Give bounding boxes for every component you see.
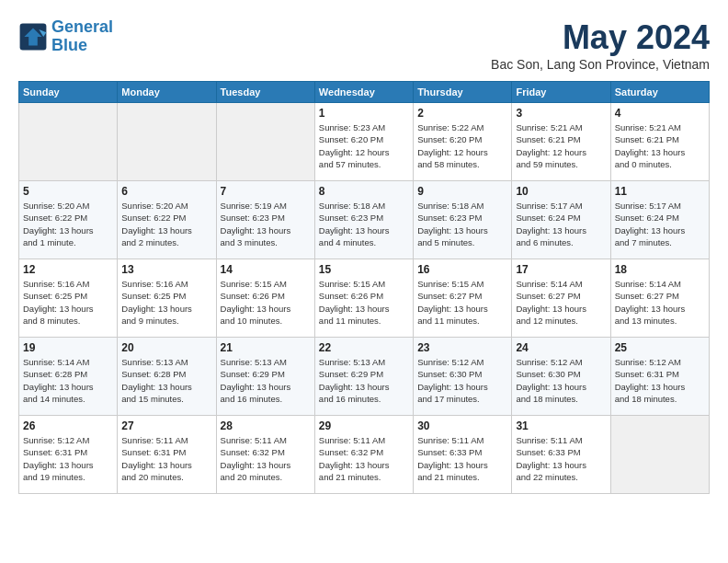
page-header: General Blue May 2024 Bac Son, Lang Son … xyxy=(18,18,710,72)
day-info: Sunrise: 5:12 AM Sunset: 6:31 PM Dayligh… xyxy=(615,356,705,405)
calendar-cell: 27Sunrise: 5:11 AM Sunset: 6:31 PM Dayli… xyxy=(118,416,216,494)
calendar-cell xyxy=(118,103,216,181)
week-row-1: 1Sunrise: 5:23 AM Sunset: 6:20 PM Daylig… xyxy=(19,103,710,181)
calendar-cell: 13Sunrise: 5:16 AM Sunset: 6:25 PM Dayli… xyxy=(118,259,216,338)
day-number: 22 xyxy=(319,341,409,354)
calendar-cell: 15Sunrise: 5:15 AM Sunset: 6:26 PM Dayli… xyxy=(314,259,413,338)
day-number: 14 xyxy=(221,263,311,276)
day-info: Sunrise: 5:15 AM Sunset: 6:27 PM Dayligh… xyxy=(417,278,507,327)
day-info: Sunrise: 5:12 AM Sunset: 6:30 PM Dayligh… xyxy=(417,356,507,405)
calendar-cell: 22Sunrise: 5:13 AM Sunset: 6:29 PM Dayli… xyxy=(314,338,413,416)
day-info: Sunrise: 5:11 AM Sunset: 6:31 PM Dayligh… xyxy=(121,434,211,483)
day-number: 4 xyxy=(615,107,705,120)
day-info: Sunrise: 5:15 AM Sunset: 6:26 PM Dayligh… xyxy=(221,278,311,327)
calendar-cell: 9Sunrise: 5:18 AM Sunset: 6:23 PM Daylig… xyxy=(414,181,512,259)
day-number: 16 xyxy=(417,263,507,276)
day-header-sunday: Sunday xyxy=(19,82,118,103)
day-info: Sunrise: 5:17 AM Sunset: 6:24 PM Dayligh… xyxy=(516,200,606,248)
day-info: Sunrise: 5:11 AM Sunset: 6:33 PM Dayligh… xyxy=(516,434,606,483)
day-info: Sunrise: 5:23 AM Sunset: 6:20 PM Dayligh… xyxy=(319,121,409,170)
day-info: Sunrise: 5:14 AM Sunset: 6:28 PM Dayligh… xyxy=(23,356,113,405)
day-info: Sunrise: 5:14 AM Sunset: 6:27 PM Dayligh… xyxy=(516,278,606,327)
day-info: Sunrise: 5:18 AM Sunset: 6:23 PM Dayligh… xyxy=(319,200,409,248)
calendar-cell: 2Sunrise: 5:22 AM Sunset: 6:20 PM Daylig… xyxy=(414,103,512,181)
calendar-cell: 11Sunrise: 5:17 AM Sunset: 6:24 PM Dayli… xyxy=(610,181,709,259)
week-row-2: 5Sunrise: 5:20 AM Sunset: 6:22 PM Daylig… xyxy=(19,181,710,259)
calendar-cell: 17Sunrise: 5:14 AM Sunset: 6:27 PM Dayli… xyxy=(512,259,610,338)
calendar-cell: 21Sunrise: 5:13 AM Sunset: 6:29 PM Dayli… xyxy=(216,338,314,416)
day-info: Sunrise: 5:18 AM Sunset: 6:23 PM Dayligh… xyxy=(417,200,507,248)
day-number: 13 xyxy=(121,263,211,276)
calendar-cell xyxy=(610,416,709,494)
day-number: 6 xyxy=(121,185,211,198)
day-number: 20 xyxy=(121,341,211,354)
title-block: May 2024 Bac Son, Lang Son Province, Vie… xyxy=(491,18,710,72)
day-number: 23 xyxy=(417,341,507,354)
calendar-cell: 16Sunrise: 5:15 AM Sunset: 6:27 PM Dayli… xyxy=(414,259,512,338)
calendar-cell xyxy=(216,103,314,181)
day-number: 28 xyxy=(221,419,311,432)
day-info: Sunrise: 5:11 AM Sunset: 6:33 PM Dayligh… xyxy=(417,434,507,483)
calendar-cell xyxy=(19,103,118,181)
calendar-cell: 10Sunrise: 5:17 AM Sunset: 6:24 PM Dayli… xyxy=(512,181,610,259)
day-number: 24 xyxy=(516,341,606,354)
calendar-table: SundayMondayTuesdayWednesdayThursdayFrid… xyxy=(18,81,710,494)
calendar-cell: 18Sunrise: 5:14 AM Sunset: 6:27 PM Dayli… xyxy=(610,259,709,338)
day-number: 26 xyxy=(23,419,113,432)
calendar-cell: 23Sunrise: 5:12 AM Sunset: 6:30 PM Dayli… xyxy=(414,338,512,416)
header-row: SundayMondayTuesdayWednesdayThursdayFrid… xyxy=(19,82,710,103)
day-header-saturday: Saturday xyxy=(610,82,709,103)
calendar-cell: 26Sunrise: 5:12 AM Sunset: 6:31 PM Dayli… xyxy=(19,416,118,494)
week-row-4: 19Sunrise: 5:14 AM Sunset: 6:28 PM Dayli… xyxy=(19,338,710,416)
day-number: 17 xyxy=(516,263,606,276)
logo-text: General Blue xyxy=(51,18,113,55)
day-number: 1 xyxy=(319,107,409,120)
day-info: Sunrise: 5:17 AM Sunset: 6:24 PM Dayligh… xyxy=(615,200,705,248)
calendar-cell: 3Sunrise: 5:21 AM Sunset: 6:21 PM Daylig… xyxy=(512,103,610,181)
day-info: Sunrise: 5:16 AM Sunset: 6:25 PM Dayligh… xyxy=(23,278,113,327)
logo: General Blue xyxy=(18,18,113,55)
day-number: 9 xyxy=(417,185,507,198)
day-info: Sunrise: 5:13 AM Sunset: 6:29 PM Dayligh… xyxy=(221,356,311,405)
calendar-cell: 6Sunrise: 5:20 AM Sunset: 6:22 PM Daylig… xyxy=(118,181,216,259)
calendar-cell: 8Sunrise: 5:18 AM Sunset: 6:23 PM Daylig… xyxy=(314,181,413,259)
logo-icon xyxy=(18,22,48,52)
calendar-cell: 20Sunrise: 5:13 AM Sunset: 6:28 PM Dayli… xyxy=(118,338,216,416)
calendar-cell: 29Sunrise: 5:11 AM Sunset: 6:32 PM Dayli… xyxy=(314,416,413,494)
day-info: Sunrise: 5:20 AM Sunset: 6:22 PM Dayligh… xyxy=(23,200,113,248)
day-info: Sunrise: 5:11 AM Sunset: 6:32 PM Dayligh… xyxy=(221,434,311,483)
day-header-wednesday: Wednesday xyxy=(314,82,413,103)
calendar-cell: 14Sunrise: 5:15 AM Sunset: 6:26 PM Dayli… xyxy=(216,259,314,338)
calendar-cell: 31Sunrise: 5:11 AM Sunset: 6:33 PM Dayli… xyxy=(512,416,610,494)
day-info: Sunrise: 5:12 AM Sunset: 6:31 PM Dayligh… xyxy=(23,434,113,483)
calendar-cell: 5Sunrise: 5:20 AM Sunset: 6:22 PM Daylig… xyxy=(19,181,118,259)
day-header-friday: Friday xyxy=(512,82,610,103)
day-number: 25 xyxy=(615,341,705,354)
day-info: Sunrise: 5:21 AM Sunset: 6:21 PM Dayligh… xyxy=(516,121,606,170)
day-number: 18 xyxy=(615,263,705,276)
day-number: 31 xyxy=(516,419,606,432)
day-info: Sunrise: 5:21 AM Sunset: 6:21 PM Dayligh… xyxy=(615,121,705,170)
calendar-cell: 25Sunrise: 5:12 AM Sunset: 6:31 PM Dayli… xyxy=(610,338,709,416)
day-info: Sunrise: 5:20 AM Sunset: 6:22 PM Dayligh… xyxy=(121,200,211,248)
day-number: 21 xyxy=(221,341,311,354)
day-number: 2 xyxy=(417,107,507,120)
day-header-tuesday: Tuesday xyxy=(216,82,314,103)
day-header-monday: Monday xyxy=(118,82,216,103)
calendar-cell: 19Sunrise: 5:14 AM Sunset: 6:28 PM Dayli… xyxy=(19,338,118,416)
day-number: 5 xyxy=(23,185,113,198)
day-number: 11 xyxy=(615,185,705,198)
week-row-5: 26Sunrise: 5:12 AM Sunset: 6:31 PM Dayli… xyxy=(19,416,710,494)
day-info: Sunrise: 5:22 AM Sunset: 6:20 PM Dayligh… xyxy=(417,121,507,170)
day-info: Sunrise: 5:11 AM Sunset: 6:32 PM Dayligh… xyxy=(319,434,409,483)
calendar-cell: 7Sunrise: 5:19 AM Sunset: 6:23 PM Daylig… xyxy=(216,181,314,259)
day-number: 27 xyxy=(121,419,211,432)
day-info: Sunrise: 5:13 AM Sunset: 6:28 PM Dayligh… xyxy=(121,356,211,405)
day-number: 12 xyxy=(23,263,113,276)
week-row-3: 12Sunrise: 5:16 AM Sunset: 6:25 PM Dayli… xyxy=(19,259,710,338)
calendar-cell: 30Sunrise: 5:11 AM Sunset: 6:33 PM Dayli… xyxy=(414,416,512,494)
day-header-thursday: Thursday xyxy=(414,82,512,103)
day-info: Sunrise: 5:14 AM Sunset: 6:27 PM Dayligh… xyxy=(615,278,705,327)
calendar-cell: 12Sunrise: 5:16 AM Sunset: 6:25 PM Dayli… xyxy=(19,259,118,338)
calendar-cell: 28Sunrise: 5:11 AM Sunset: 6:32 PM Dayli… xyxy=(216,416,314,494)
